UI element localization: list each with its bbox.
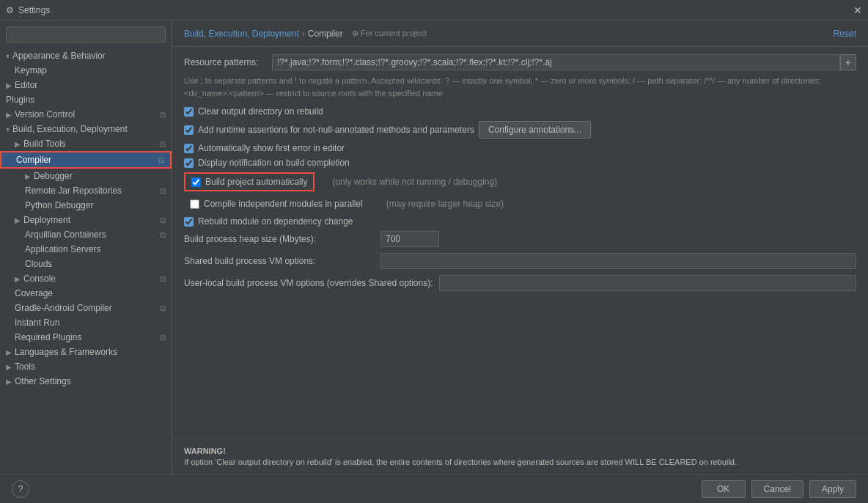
user-local-vm-label: User-local build process VM options (ove… [184,278,433,288]
sidebar-item-label: Application Servers [25,244,100,254]
arrow-icon: ▶ [6,363,12,371]
show-first-error-label: Automatically show first error in editor [198,143,345,153]
ok-button[interactable]: OK [702,480,746,498]
compile-parallel-label: Compile independent modules in parallel [204,199,363,209]
arrow-icon: ▶ [15,216,21,224]
sidebar-item-tools[interactable]: ▶ Tools [0,359,172,374]
project-label: ⊕ For current project [352,29,427,38]
user-local-vm-input[interactable] [439,275,857,291]
sidebar-item-required-plugins[interactable]: Required Plugins ⊡ [0,330,172,345]
arrow-icon: ▶ [6,81,12,89]
resource-patterns-input[interactable] [272,54,840,70]
sidebar-item-languages[interactable]: ▶ Languages & Frameworks [0,345,172,359]
build-automatically-note: (only works while not running / debuggin… [332,177,497,187]
arrow-icon: ▾ [6,125,10,133]
deployment-icon: ⊡ [160,216,166,224]
breadcrumb-parent[interactable]: Build, Execution, Deployment [184,29,299,39]
shared-vm-input[interactable] [380,253,856,269]
resource-patterns-row: Resource patterns: + [184,54,856,70]
sidebar-item-label: Console [23,273,56,284]
configure-annotations-button[interactable]: Configure annotations... [479,121,591,139]
apply-button[interactable]: Apply [809,480,856,498]
compile-parallel-checkbox[interactable] [190,199,199,209]
heap-size-label: Build process heap size (Mbytes): [184,234,375,244]
warning-text: If option 'Clear output directory on reb… [184,458,856,466]
sidebar-item-other-settings[interactable]: ▶ Other Settings [0,374,172,389]
build-automatically-label: Build project automatically [205,177,307,187]
sidebar-item-build-execution[interactable]: ▾ Build, Execution, Deployment [0,122,172,136]
sidebar-item-label: Python Debugger [25,200,93,210]
sidebar-item-clouds[interactable]: Clouds [0,257,172,271]
build-tools-icon: ⊡ [160,140,166,148]
arrow-icon: ▶ [6,378,12,386]
compile-parallel-inner: Compile independent modules in parallel [184,196,369,212]
sidebar-item-editor[interactable]: ▶ Editor [0,78,172,92]
resource-patterns-label: Resource patterns: [184,57,272,67]
sidebar-item-console[interactable]: ▶ Console ⊡ [0,271,172,286]
console-icon: ⊡ [160,275,166,283]
sidebar-item-deployment[interactable]: ▶ Deployment ⊡ [0,213,172,227]
sidebar-item-label: Deployment [23,215,70,225]
rebuild-module-checkbox[interactable] [184,217,194,227]
content-area: Build, Execution, Deployment › Compiler … [172,21,868,474]
settings-icon: ⚙ [6,5,14,15]
heap-size-input[interactable] [380,231,439,247]
vcs-icon: ⊡ [160,111,166,119]
title-bar-left: ⚙ Settings [6,5,50,15]
sidebar-item-label: Remote Jar Repositories [25,186,122,196]
breadcrumb: Build, Execution, Deployment › Compiler … [184,29,427,39]
clear-output-label: Clear output directory on rebuild [198,106,323,117]
sidebar-item-python-debugger[interactable]: Python Debugger [0,198,172,213]
add-runtime-checkbox[interactable] [184,125,194,135]
sidebar-item-remote-jar[interactable]: Remote Jar Repositories ⊡ [0,183,172,198]
sidebar: ▾ Appearance & Behavior Keymap ▶ Editor … [0,21,172,474]
show-first-error-row: Automatically show first error in editor [184,143,856,153]
arquillian-icon: ⊡ [160,231,166,239]
warning-title: WARNING! [184,447,856,455]
sidebar-item-label: Tools [15,361,35,372]
arrow-icon: ▶ [15,140,21,148]
sidebar-item-label: Debugger [34,171,73,181]
content-header: Build, Execution, Deployment › Compiler … [172,21,868,47]
sidebar-item-appearance[interactable]: ▾ Appearance & Behavior [0,48,172,63]
display-notification-checkbox[interactable] [184,158,194,168]
arrow-icon: ▶ [25,172,31,180]
sidebar-item-build-tools[interactable]: ▶ Build Tools ⊡ [0,136,172,151]
arrow-icon: ▶ [6,348,12,356]
sidebar-item-keymap[interactable]: Keymap [0,63,172,78]
close-button[interactable]: ✕ [853,4,862,16]
heap-size-row: Build process heap size (Mbytes): [184,231,856,247]
sidebar-item-app-servers[interactable]: Application Servers [0,242,172,257]
reset-button[interactable]: Reset [834,29,856,39]
sidebar-item-debugger[interactable]: ▶ Debugger [0,169,172,183]
sidebar-item-label: Plugins [6,95,34,105]
sidebar-item-version-control[interactable]: ▶ Version Control ⊡ [0,107,172,122]
sidebar-item-instant-run[interactable]: Instant Run [0,315,172,330]
search-input[interactable] [6,26,166,43]
sidebar-item-plugins[interactable]: Plugins [0,92,172,107]
compile-parallel-row: Compile independent modules in parallel … [184,196,856,212]
sidebar-item-gradle-android[interactable]: Gradle-Android Compiler ⊡ [0,301,172,315]
build-automatically-highlight: Build project automatically [184,172,315,191]
show-first-error-checkbox[interactable] [184,144,194,153]
user-local-vm-row: User-local build process VM options (ove… [184,275,856,291]
cancel-button[interactable]: Cancel [751,480,803,498]
sidebar-item-label: Version Control [15,109,75,120]
required-plugins-icon: ⊡ [160,334,166,342]
clear-output-checkbox[interactable] [184,107,194,117]
resource-add-button[interactable]: + [840,54,856,70]
sidebar-item-label: Other Settings [15,376,71,386]
sidebar-item-label: Build, Execution, Deployment [12,124,128,134]
sidebar-item-coverage[interactable]: Coverage [0,286,172,301]
sidebar-item-label: Build Tools [23,139,66,149]
arrow-icon: ▶ [15,275,21,283]
display-notification-label: Display notification on build completion [198,158,350,168]
sidebar-item-arquillian[interactable]: Arquillian Containers ⊡ [0,227,172,242]
remote-jar-icon: ⊡ [160,187,166,195]
build-automatically-checkbox[interactable] [191,177,201,187]
bottom-bar: ? OK Cancel Apply [0,474,868,503]
title-bar: ⚙ Settings ✕ [0,0,868,21]
help-button[interactable]: ? [12,480,29,498]
warning-area: WARNING! If option 'Clear output directo… [172,438,868,474]
sidebar-item-compiler[interactable]: Compiler ⊡ [0,151,172,169]
